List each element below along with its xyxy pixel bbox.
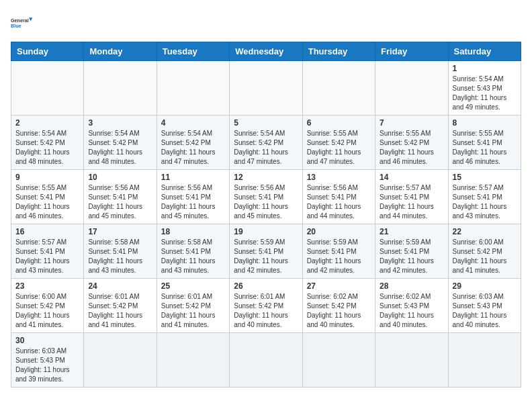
day-number: 11 — [161, 173, 225, 182]
day-cell: 17Sunrise: 5:58 AM Sunset: 5:41 PM Dayli… — [84, 224, 157, 279]
day-info: Sunrise: 5:54 AM Sunset: 5:43 PM Dayligh… — [453, 75, 517, 112]
logo-icon: GeneralBlue — [11, 11, 35, 35]
day-cell: 4Sunrise: 5:54 AM Sunset: 5:42 PM Daylig… — [157, 116, 229, 170]
day-cell: 1Sunrise: 5:54 AM Sunset: 5:43 PM Daylig… — [448, 61, 521, 116]
day-number: 17 — [88, 227, 152, 236]
day-cell: 12Sunrise: 5:56 AM Sunset: 5:41 PM Dayli… — [230, 170, 302, 224]
day-number: 9 — [15, 173, 79, 182]
day-cell — [230, 61, 302, 116]
day-info: Sunrise: 5:56 AM Sunset: 5:41 PM Dayligh… — [234, 183, 298, 221]
week-row-4: 16Sunrise: 5:57 AM Sunset: 5:41 PM Dayli… — [11, 224, 521, 279]
day-number: 5 — [234, 118, 298, 128]
day-info: Sunrise: 5:55 AM Sunset: 5:41 PM Dayligh… — [15, 183, 79, 221]
day-info: Sunrise: 6:02 AM Sunset: 5:43 PM Dayligh… — [380, 292, 443, 330]
day-info: Sunrise: 6:02 AM Sunset: 5:42 PM Dayligh… — [307, 292, 371, 330]
day-cell: 24Sunrise: 6:01 AM Sunset: 5:42 PM Dayli… — [84, 279, 157, 333]
day-info: Sunrise: 5:55 AM Sunset: 5:41 PM Dayligh… — [453, 129, 517, 167]
week-row-5: 23Sunrise: 6:00 AM Sunset: 5:42 PM Dayli… — [11, 279, 521, 333]
day-info: Sunrise: 5:59 AM Sunset: 5:41 PM Dayligh… — [307, 238, 371, 275]
weekday-header-row: SundayMondayTuesdayWednesdayThursdayFrid… — [11, 42, 521, 61]
day-cell — [448, 333, 521, 387]
day-number: 2 — [15, 118, 79, 128]
day-info: Sunrise: 5:57 AM Sunset: 5:41 PM Dayligh… — [15, 238, 79, 275]
day-number: 19 — [234, 227, 298, 236]
day-info: Sunrise: 5:54 AM Sunset: 5:42 PM Dayligh… — [88, 129, 152, 167]
day-number: 10 — [88, 173, 152, 182]
day-cell: 3Sunrise: 5:54 AM Sunset: 5:42 PM Daylig… — [84, 116, 157, 170]
day-info: Sunrise: 6:00 AM Sunset: 5:42 PM Dayligh… — [453, 238, 517, 275]
day-number: 15 — [453, 173, 517, 182]
day-number: 3 — [88, 118, 152, 128]
day-cell — [84, 333, 157, 387]
day-number: 18 — [161, 227, 225, 236]
day-cell: 19Sunrise: 5:59 AM Sunset: 5:41 PM Dayli… — [230, 224, 302, 279]
day-cell: 7Sunrise: 5:55 AM Sunset: 5:42 PM Daylig… — [375, 116, 448, 170]
day-cell: 6Sunrise: 5:55 AM Sunset: 5:42 PM Daylig… — [302, 116, 375, 170]
day-number: 16 — [15, 227, 79, 236]
day-cell: 26Sunrise: 6:01 AM Sunset: 5:42 PM Dayli… — [230, 279, 302, 333]
day-info: Sunrise: 5:55 AM Sunset: 5:42 PM Dayligh… — [380, 129, 443, 167]
day-number: 4 — [161, 118, 225, 128]
day-cell: 2Sunrise: 5:54 AM Sunset: 5:42 PM Daylig… — [11, 116, 84, 170]
weekday-header-thursday: Thursday — [302, 42, 375, 61]
day-info: Sunrise: 5:57 AM Sunset: 5:41 PM Dayligh… — [380, 183, 443, 221]
day-number: 20 — [307, 227, 371, 236]
day-number: 1 — [453, 64, 517, 73]
day-cell: 8Sunrise: 5:55 AM Sunset: 5:41 PM Daylig… — [448, 116, 521, 170]
day-info: Sunrise: 6:01 AM Sunset: 5:42 PM Dayligh… — [161, 292, 225, 330]
day-number: 26 — [234, 281, 298, 291]
day-cell: 10Sunrise: 5:56 AM Sunset: 5:41 PM Dayli… — [84, 170, 157, 224]
day-number: 7 — [380, 118, 443, 128]
day-cell — [375, 333, 448, 387]
day-number: 28 — [380, 281, 443, 291]
day-cell: 25Sunrise: 6:01 AM Sunset: 5:42 PM Dayli… — [157, 279, 229, 333]
svg-text:Blue: Blue — [11, 23, 21, 29]
day-number: 21 — [380, 227, 443, 236]
day-info: Sunrise: 5:59 AM Sunset: 5:41 PM Dayligh… — [234, 238, 298, 275]
day-cell — [230, 333, 302, 387]
day-number: 13 — [307, 173, 371, 182]
day-cell: 20Sunrise: 5:59 AM Sunset: 5:41 PM Dayli… — [302, 224, 375, 279]
day-cell: 22Sunrise: 6:00 AM Sunset: 5:42 PM Dayli… — [448, 224, 521, 279]
week-row-6: 30Sunrise: 6:03 AM Sunset: 5:43 PM Dayli… — [11, 333, 521, 387]
weekday-header-tuesday: Tuesday — [157, 42, 229, 61]
week-row-3: 9Sunrise: 5:55 AM Sunset: 5:41 PM Daylig… — [11, 170, 521, 224]
day-number: 23 — [15, 281, 79, 291]
day-info: Sunrise: 6:03 AM Sunset: 5:43 PM Dayligh… — [453, 292, 517, 330]
day-info: Sunrise: 6:00 AM Sunset: 5:42 PM Dayligh… — [15, 292, 79, 330]
day-number: 30 — [15, 336, 79, 345]
day-number: 6 — [307, 118, 371, 128]
day-info: Sunrise: 5:57 AM Sunset: 5:41 PM Dayligh… — [453, 183, 517, 221]
calendar-table: SundayMondayTuesdayWednesdayThursdayFrid… — [11, 42, 521, 387]
day-info: Sunrise: 6:03 AM Sunset: 5:43 PM Dayligh… — [15, 347, 79, 384]
week-row-2: 2Sunrise: 5:54 AM Sunset: 5:42 PM Daylig… — [11, 116, 521, 170]
svg-text:General: General — [11, 17, 29, 24]
day-cell: 11Sunrise: 5:56 AM Sunset: 5:41 PM Dayli… — [157, 170, 229, 224]
day-cell — [302, 333, 375, 387]
day-cell: 27Sunrise: 6:02 AM Sunset: 5:42 PM Dayli… — [302, 279, 375, 333]
day-info: Sunrise: 5:54 AM Sunset: 5:42 PM Dayligh… — [234, 129, 298, 167]
day-cell: 15Sunrise: 5:57 AM Sunset: 5:41 PM Dayli… — [448, 170, 521, 224]
day-cell: 28Sunrise: 6:02 AM Sunset: 5:43 PM Dayli… — [375, 279, 448, 333]
weekday-header-sunday: Sunday — [11, 42, 84, 61]
day-cell — [84, 61, 157, 116]
day-cell: 5Sunrise: 5:54 AM Sunset: 5:42 PM Daylig… — [230, 116, 302, 170]
day-cell: 9Sunrise: 5:55 AM Sunset: 5:41 PM Daylig… — [11, 170, 84, 224]
day-cell: 14Sunrise: 5:57 AM Sunset: 5:41 PM Dayli… — [375, 170, 448, 224]
day-info: Sunrise: 6:01 AM Sunset: 5:42 PM Dayligh… — [234, 292, 298, 330]
weekday-header-friday: Friday — [375, 42, 448, 61]
weekday-header-wednesday: Wednesday — [230, 42, 302, 61]
day-cell: 21Sunrise: 5:59 AM Sunset: 5:41 PM Dayli… — [375, 224, 448, 279]
day-info: Sunrise: 5:59 AM Sunset: 5:41 PM Dayligh… — [380, 238, 443, 275]
day-info: Sunrise: 5:56 AM Sunset: 5:41 PM Dayligh… — [88, 183, 152, 221]
day-number: 27 — [307, 281, 371, 291]
day-cell — [11, 61, 84, 116]
day-number: 8 — [453, 118, 517, 128]
logo: GeneralBlue — [11, 11, 35, 35]
day-cell — [375, 61, 448, 116]
weekday-header-monday: Monday — [84, 42, 157, 61]
day-number: 14 — [380, 173, 443, 182]
day-info: Sunrise: 5:55 AM Sunset: 5:42 PM Dayligh… — [307, 129, 371, 167]
day-info: Sunrise: 5:56 AM Sunset: 5:41 PM Dayligh… — [307, 183, 371, 221]
day-cell — [302, 61, 375, 116]
